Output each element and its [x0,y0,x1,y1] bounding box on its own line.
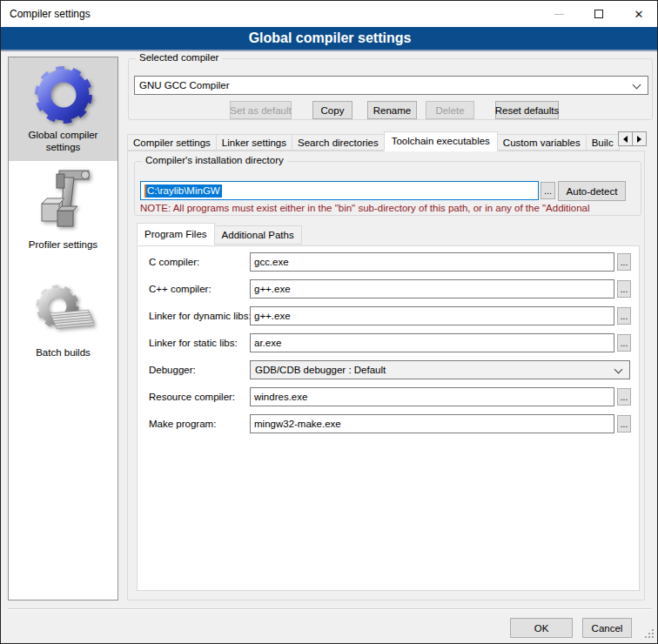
installation-directory-value: C:\raylib\MinGW [146,184,222,198]
linker-dynamic-input[interactable]: g++.exe [250,306,614,325]
field-label: Linker for dynamic libs: [149,306,252,325]
chevron-down-icon [633,81,641,90]
field-value: g++.exe [254,284,291,294]
titlebar[interactable]: Compiler settings ✕ [1,1,658,27]
footer-divider [8,608,652,610]
left-arrow-icon [620,136,628,143]
browse-linker-static-button[interactable]: ... [617,334,631,352]
tab-custom-variables[interactable]: Custom variables [497,134,587,151]
program-files-panel: C compiler: gcc.exe ... C++ compiler: g+… [137,245,640,591]
browse-directory-button[interactable]: ... [540,182,555,199]
field-label: Debugger: [149,360,196,379]
field-row-debugger: Debugger: GDB/CDB debugger : Default [138,360,639,379]
compiler-select-value: GNU GCC Compiler [139,80,230,91]
note-text: NOTE: All programs must exist either in … [140,203,633,213]
browse-cpp-compiler-button[interactable]: ... [617,280,631,298]
cpp-compiler-input[interactable]: g++.exe [250,279,614,299]
installation-directory-group: Compiler's installation directory C:\ray… [134,161,641,216]
field-label: Make program: [149,414,216,433]
copy-button[interactable]: Copy [312,101,352,119]
resize-grip[interactable] [645,629,647,631]
field-label: C compiler: [149,252,199,272]
toolchain-executables-panel: Compiler's installation directory C:\ray… [127,151,645,600]
tab-scroll-left-button[interactable] [618,131,633,146]
field-row-make-program: Make program: mingw32-make.exe ... [138,414,639,433]
debugger-select[interactable]: GDB/CDB debugger : Default [250,360,630,379]
right-arrow-icon [637,136,645,143]
c-compiler-input[interactable]: gcc.exe [250,252,614,272]
chevron-down-icon [614,366,623,374]
browse-linker-dynamic-button[interactable]: ... [617,307,631,325]
dialog-header: Global compiler settings [1,27,658,51]
field-row-resource-compiler: Resource compiler: windres.exe ... [138,387,639,406]
tab-scroll-buttons [619,131,647,146]
minimize-button[interactable] [539,1,579,27]
sidebar-item-profiler-settings[interactable]: Profiler settings [9,162,118,259]
tab-linker-settings[interactable]: Linker settings [216,134,292,151]
field-label: Linker for static libs: [149,333,238,352]
browse-make-program-button[interactable]: ... [617,415,631,433]
set-as-default-button[interactable]: Set as default [230,101,292,119]
installation-directory-input[interactable]: C:\raylib\MinGW [140,181,539,200]
subtab-program-files[interactable]: Program Files [137,223,215,245]
field-label: Resource compiler: [149,387,235,406]
field-value: ar.exe [254,338,281,348]
ok-button[interactable]: OK [510,618,573,638]
compiler-select[interactable]: GNU GCC Compiler [134,76,648,95]
group-label: Compiler's installation directory [142,155,287,165]
main-tabstrip: Compiler settings Linker settings Search… [127,131,620,151]
selected-compiler-group: Selected compiler GNU GCC Compiler Set a… [128,58,653,120]
sidebar-item-label: Profiler settings [9,237,118,251]
blue-gear-icon [31,63,96,127]
tab-build-options[interactable]: Builc [586,134,620,151]
group-label: Selected compiler [136,52,222,63]
tab-toolchain-executables[interactable]: Toolchain executables [384,131,498,151]
field-row-c-compiler: C compiler: gcc.exe ... [138,252,639,272]
sub-tabstrip: Program Files Additional Paths [137,223,301,245]
make-program-input[interactable]: mingw32-make.exe [250,414,614,433]
linker-static-input[interactable]: ar.exe [250,333,614,352]
close-button[interactable]: ✕ [619,1,658,27]
page-title: Global compiler settings [249,30,412,46]
compiler-settings-dialog: Compiler settings ✕ Global compiler sett… [0,0,658,644]
field-value: GDB/CDB debugger : Default [255,365,386,375]
tab-compiler-settings[interactable]: Compiler settings [127,134,217,151]
sidebar-item-label: Global compiler settings [9,127,118,153]
field-value: g++.exe [254,311,291,321]
field-row-linker-static: Linker for static libs: ar.exe ... [138,333,639,352]
sidebar-item-batch-builds[interactable]: Batch builds [9,277,118,364]
window-title: Compiler settings [10,1,91,27]
gray-gear-stack-icon [33,282,94,345]
tab-scroll-right-button[interactable] [632,131,647,146]
maximize-icon [594,10,603,18]
resource-compiler-input[interactable]: windres.exe [250,387,614,406]
field-row-linker-dynamic: Linker for dynamic libs: g++.exe ... [138,306,639,325]
sidebar-item-label: Batch builds [9,345,118,359]
tab-search-directories[interactable]: Search directories [292,134,385,151]
sidebar-item-global-compiler-settings[interactable]: Global compiler settings [9,57,118,161]
field-value: gcc.exe [254,257,289,267]
cancel-button[interactable]: Cancel [582,618,632,638]
rename-button[interactable]: Rename [367,101,417,119]
reset-defaults-button[interactable]: Reset defaults [495,101,559,119]
subtab-additional-paths[interactable]: Additional Paths [214,225,302,245]
sidebar: Global compiler settings Profiler settin… [8,57,118,600]
field-value: mingw32-make.exe [254,419,341,429]
field-value: windres.exe [254,392,307,402]
maximize-button[interactable] [579,1,619,27]
caliper-tool-icon [35,165,92,237]
field-row-cpp-compiler: C++ compiler: g++.exe ... [138,279,639,299]
field-label: C++ compiler: [149,279,212,299]
delete-button[interactable]: Delete [426,101,474,119]
browse-resource-compiler-button[interactable]: ... [617,388,631,406]
auto-detect-button[interactable]: Auto-detect [558,181,626,201]
browse-c-compiler-button[interactable]: ... [617,253,631,271]
minimize-icon [554,14,564,15]
close-icon: ✕ [634,9,644,20]
